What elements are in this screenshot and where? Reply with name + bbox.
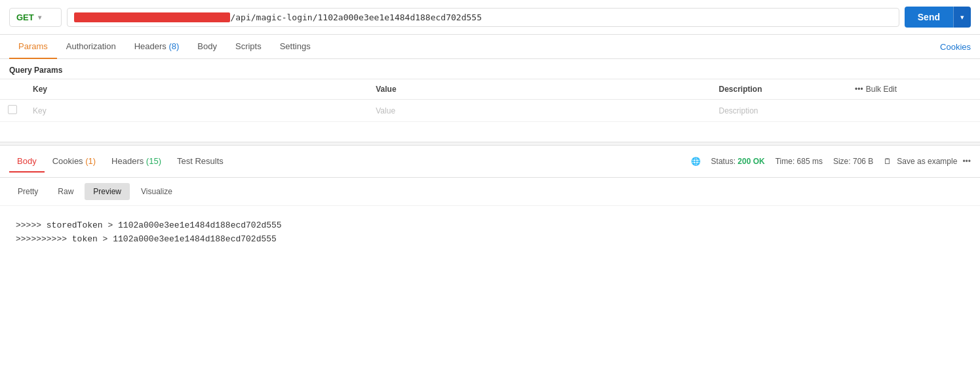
url-path: /api/magic-login/1102a000e3ee1e1484d188e… — [230, 12, 482, 22]
response-bar: Body Cookies (1) Headers (15) Test Resul… — [0, 146, 980, 178]
response-body: >>>>> storedToken > 1102a000e3ee1e1484d1… — [0, 206, 980, 260]
tab-authorization[interactable]: Authorization — [57, 35, 125, 59]
resp-tab-cookies[interactable]: Cookies (1) — [45, 151, 104, 173]
url-input[interactable]: /api/magic-login/1102a000e3ee1e1484d188e… — [67, 8, 899, 27]
view-tab-visualize[interactable]: Visualize — [132, 183, 181, 200]
params-table: Key Value Description ••• Bulk Edit Key … — [0, 79, 980, 122]
resp-tab-test-results[interactable]: Test Results — [169, 151, 231, 173]
col-key: Key — [25, 79, 368, 100]
col-description: Description — [711, 79, 848, 100]
row-value[interactable]: Value — [368, 100, 711, 122]
size-value: 706 B — [853, 157, 873, 166]
status-value: 200 OK — [737, 157, 764, 166]
method-selector[interactable]: GET ▾ — [9, 8, 62, 27]
response-line-2: >>>>>>>>>> token > 1102a000e3ee1e1484d18… — [16, 233, 964, 247]
view-tab-pretty[interactable]: Pretty — [9, 183, 47, 200]
tab-settings[interactable]: Settings — [271, 35, 320, 59]
view-tabs: Pretty Raw Preview Visualize — [0, 178, 980, 206]
resp-tab-headers[interactable]: Headers (15) — [104, 151, 169, 173]
tab-scripts[interactable]: Scripts — [226, 35, 271, 59]
bulk-edit-button[interactable]: ••• Bulk Edit — [855, 85, 897, 94]
view-tab-raw[interactable]: Raw — [49, 183, 82, 200]
response-actions: 🗒 Save as example ••• — [884, 157, 971, 166]
method-chevron-icon: ▾ — [38, 14, 41, 21]
globe-icon: 🌐 — [691, 157, 701, 166]
tab-headers[interactable]: Headers (8) — [125, 35, 189, 59]
method-label: GET — [16, 12, 34, 22]
send-dropdown-button[interactable]: ▾ — [953, 7, 971, 28]
time-text: Time: 685 ms — [775, 157, 823, 166]
save-icon: 🗒 — [884, 157, 892, 166]
cookies-link[interactable]: Cookies — [940, 42, 971, 52]
send-button-group: Send ▾ — [905, 7, 971, 28]
more-options-icon[interactable]: ••• — [962, 157, 971, 166]
row-key[interactable]: Key — [25, 100, 368, 122]
row-actions — [847, 100, 980, 122]
query-params-label: Query Params — [0, 59, 980, 79]
tab-params[interactable]: Params — [9, 35, 57, 59]
time-value: 685 ms — [797, 157, 823, 166]
send-button[interactable]: Send — [905, 7, 953, 28]
status-text: Status: 200 OK — [711, 157, 765, 166]
url-prefix — [74, 12, 230, 22]
view-tab-preview[interactable]: Preview — [85, 183, 130, 200]
response-line-1: >>>>> storedToken > 1102a000e3ee1e1484d1… — [16, 219, 964, 233]
row-description[interactable]: Description — [711, 100, 848, 122]
save-as-example-button[interactable]: Save as example — [897, 157, 957, 166]
request-tabs: Params Authorization Headers (8) Body Sc… — [0, 35, 980, 59]
size-text: Size: 706 B — [833, 157, 873, 166]
col-checkbox — [0, 79, 25, 100]
tab-body[interactable]: Body — [188, 35, 226, 59]
bulk-edit-header: ••• Bulk Edit — [847, 79, 980, 100]
resp-tab-body[interactable]: Body — [9, 151, 45, 173]
row-checkbox[interactable] — [0, 100, 25, 122]
response-status: 🌐 Status: 200 OK Time: 685 ms Size: 706 … — [691, 157, 971, 166]
url-bar: GET ▾ /api/magic-login/1102a000e3ee1e148… — [0, 0, 980, 35]
table-row: Key Value Description — [0, 100, 980, 122]
col-value: Value — [368, 79, 711, 100]
